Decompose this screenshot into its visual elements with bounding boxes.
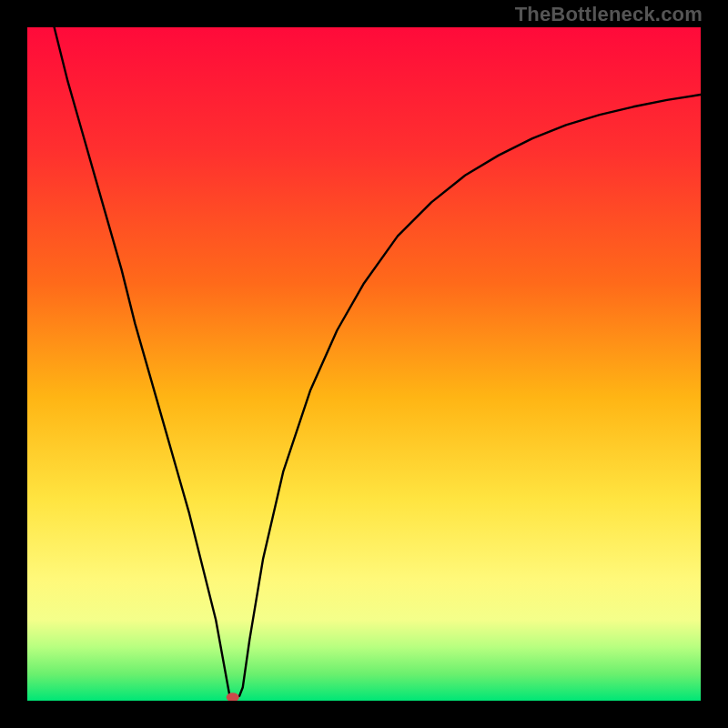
chart-svg <box>27 27 701 701</box>
chart-frame: TheBottleneck.com <box>0 0 728 728</box>
watermark-text: TheBottleneck.com <box>515 3 703 26</box>
bottleneck-curve <box>55 27 701 697</box>
plot-area <box>27 27 701 701</box>
